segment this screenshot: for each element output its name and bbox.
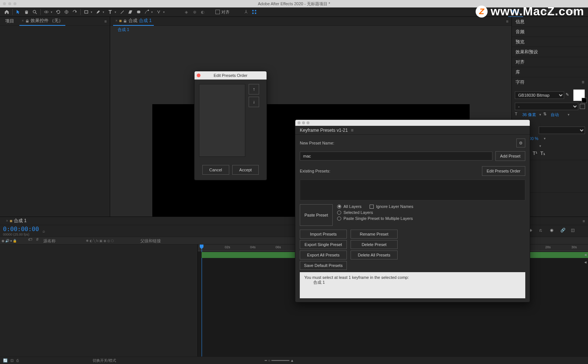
grid-icon[interactable]: [251, 8, 258, 16]
col-parent[interactable]: 父级和链接: [138, 237, 163, 244]
tl-icon-4[interactable]: ◉: [550, 228, 557, 234]
orbit-tool-icon[interactable]: [43, 8, 50, 16]
font-size-input[interactable]: [522, 112, 537, 117]
snap-icon[interactable]: ⊕: [191, 8, 198, 16]
tl-footer-icon-2[interactable]: ⊡: [10, 358, 13, 363]
speaker-icon[interactable]: 🔊: [5, 239, 9, 243]
edit-presets-order-button[interactable]: Edit Presets Order: [482, 166, 525, 176]
disclosure-icon[interactable]: ▼: [567, 113, 570, 116]
panel-preview[interactable]: 预览: [512, 37, 588, 47]
export-all-presets-button[interactable]: Export All Presets: [300, 251, 347, 259]
tab-composition[interactable]: × ■ 合成 合成 1: [113, 16, 154, 26]
close-traffic-light[interactable]: [3, 2, 6, 5]
dialog-close-icon[interactable]: [298, 121, 301, 124]
search-icon[interactable]: ⌕: [43, 229, 45, 233]
delete-preset-button[interactable]: Delete Preset: [351, 240, 398, 249]
home-icon[interactable]: [3, 8, 10, 16]
tab-close-icon[interactable]: ×: [22, 19, 24, 23]
settings-gear-button[interactable]: ⚙: [516, 139, 525, 147]
dialog-min-icon[interactable]: [302, 121, 305, 124]
zoom-tool-icon[interactable]: [31, 8, 38, 16]
search-icon[interactable]: [242, 8, 250, 16]
timecode[interactable]: 0:00:00:00: [3, 225, 39, 233]
stroke-swatch-icon[interactable]: [580, 104, 585, 109]
brush-tool-icon[interactable]: [118, 8, 126, 16]
font-style-select[interactable]: -: [515, 103, 578, 110]
marker-icon[interactable]: ◂: [584, 252, 587, 257]
col-label[interactable]: 🏷: [26, 237, 34, 244]
tl-footer-icon[interactable]: 🔄: [3, 358, 7, 363]
disclosure-icon[interactable]: ▼: [539, 144, 542, 148]
clone-tool-icon[interactable]: [127, 8, 134, 16]
panel-character[interactable]: 字符 ≡: [512, 77, 588, 87]
save-default-presets-button[interactable]: Save Default Presets: [300, 261, 347, 270]
text-tool-icon[interactable]: T: [106, 8, 114, 16]
panel-menu-icon[interactable]: ≡: [583, 219, 585, 223]
solo-icon[interactable]: ●: [10, 239, 12, 243]
move-down-button[interactable]: ↓: [249, 97, 259, 107]
cancel-button[interactable]: Cancel: [202, 165, 229, 175]
timeline-search[interactable]: [49, 229, 86, 233]
tl-icon-3[interactable]: ⎌: [539, 228, 546, 234]
add-preset-button[interactable]: Add Preset: [495, 151, 525, 161]
roto-tool-icon[interactable]: [143, 8, 150, 16]
paste-single-radio[interactable]: [337, 217, 341, 221]
export-single-preset-button[interactable]: Export Single Preset: [300, 240, 347, 249]
camera-tool-icon[interactable]: [71, 8, 78, 16]
subscript-icon[interactable]: T₁: [540, 150, 545, 156]
dialog-titlebar[interactable]: [295, 120, 530, 126]
eye-icon[interactable]: ◉: [1, 239, 4, 243]
col-hash[interactable]: #: [34, 237, 41, 244]
accept-button[interactable]: Accept: [232, 165, 259, 175]
tl-icon-5[interactable]: 🔗: [560, 228, 567, 234]
selected-layers-radio[interactable]: [337, 211, 341, 215]
panel-audio[interactable]: 音频: [512, 27, 588, 37]
panel-align[interactable]: 对齐: [512, 57, 588, 67]
lock-col-icon[interactable]: 🔒: [13, 239, 17, 243]
col-source-name[interactable]: 源名称: [41, 237, 86, 244]
panel-effects-presets[interactable]: 效果和预设: [512, 47, 588, 57]
leading-input[interactable]: [551, 112, 566, 117]
playhead[interactable]: [202, 245, 202, 357]
anchor-tool-icon[interactable]: [63, 8, 70, 16]
comp-subtab[interactable]: 合成 1: [114, 26, 133, 33]
snap-icon-2[interactable]: ◐: [199, 8, 206, 16]
existing-presets-list[interactable]: [300, 180, 525, 200]
panel-library[interactable]: 库: [512, 67, 588, 77]
fill-color-swatch[interactable]: [573, 89, 585, 101]
dialog-max-icon[interactable]: [307, 121, 309, 124]
timeline-tab[interactable]: × ■ 合成 1: [3, 217, 29, 225]
font-select[interactable]: GB18030 Bitmap: [515, 91, 564, 99]
tab-project[interactable]: 项目: [3, 17, 16, 25]
tab-close-icon[interactable]: ×: [6, 219, 8, 223]
mesh-icon[interactable]: ◈: [183, 8, 190, 16]
tab-close-icon[interactable]: ×: [115, 19, 118, 23]
disclosure-icon[interactable]: ▼: [543, 137, 546, 140]
minimize-traffic-light[interactable]: [8, 2, 11, 5]
hand-tool-icon[interactable]: [23, 8, 30, 16]
dialog-close-icon[interactable]: [197, 74, 200, 77]
panel-menu-icon[interactable]: ≡: [506, 19, 508, 24]
move-up-button[interactable]: ↑: [249, 84, 259, 94]
snap-checkbox[interactable]: [215, 10, 220, 14]
ignore-names-checkbox[interactable]: [370, 205, 374, 209]
stroke-select[interactable]: [539, 127, 585, 134]
panel-menu-icon[interactable]: ≡: [105, 19, 107, 24]
paste-preset-button[interactable]: Paste Preset: [300, 204, 333, 226]
puppet-tool-icon[interactable]: [155, 8, 162, 16]
selection-tool-icon[interactable]: [15, 8, 22, 16]
panel-menu-icon[interactable]: ≡: [582, 80, 584, 85]
superscript-icon[interactable]: T¹: [533, 150, 537, 156]
import-presets-button[interactable]: Import Presets: [300, 230, 347, 239]
tl-footer-icon-3[interactable]: ⎙: [16, 358, 19, 363]
dialog-titlebar[interactable]: Edit Presets Order: [195, 71, 267, 80]
panel-menu-icon[interactable]: ≡: [351, 128, 354, 133]
delete-all-presets-button[interactable]: Delete All Presets: [351, 251, 398, 259]
rotate-tool-icon[interactable]: [55, 8, 62, 16]
presets-order-list[interactable]: [199, 84, 245, 157]
pen-tool-icon[interactable]: [94, 8, 102, 16]
rectangle-tool-icon[interactable]: [83, 8, 90, 16]
new-preset-input[interactable]: [300, 152, 492, 161]
marker-icon-2[interactable]: ◂: [584, 259, 587, 265]
tl-icon-graph[interactable]: ◫: [571, 228, 578, 234]
